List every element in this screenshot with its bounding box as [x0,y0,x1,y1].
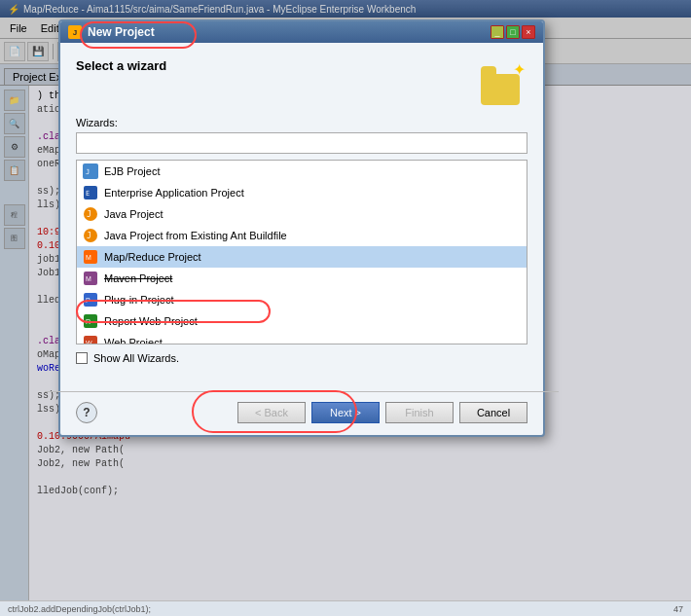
wizard-list[interactable]: J EJB Project E Enterprise Applicatio [76,160,527,344]
select-wizard-label: Select a wizard [76,58,166,73]
wizard-item-mapreduce[interactable]: M Map/Reduce Project [77,246,527,268]
wizard-item-ejb[interactable]: J EJB Project [77,161,527,182]
star-icon: ✦ [513,60,526,79]
wizard-item-maven[interactable]: M Maven Project [77,268,527,289]
svg-text:M: M [86,275,91,282]
svg-text:R: R [86,318,91,325]
dialog-controls: _ □ × [491,25,535,39]
dialog-minimize-btn[interactable]: _ [491,25,504,39]
wizard-item-label: Report Web Project [104,315,198,327]
wizard-item-plugin[interactable]: P Plug-in Project [77,289,527,310]
wizard-item-label: Java Project [104,208,164,220]
web-icon: W [83,335,98,344]
wizard-item-web[interactable]: W Web Project [77,332,527,344]
wizard-search-input[interactable] [76,132,527,154]
wizards-label: Wizards: [76,117,527,128]
svg-text:W: W [86,340,92,344]
dialog-body: Select a wizard ✦ Wizards: [60,43,543,391]
wizard-item-report[interactable]: R Report Web Project [77,310,527,332]
dialog-divider [45,391,559,392]
status-bar: ctrlJob2.addDependingJob(ctrlJob1); 47 [0,600,691,616]
wizard-item-label: Map/Reduce Project [104,251,201,263]
new-project-dialog: J New Project _ □ × Select a wizard [58,19,545,437]
wizard-item-label: Plug-in Project [104,294,174,306]
dialog-header: Select a wizard ✦ [76,58,527,105]
dialog-title-text: New Project [88,25,155,39]
wizard-item-label: Enterprise Application Project [104,187,244,199]
report-icon: R [83,313,98,329]
java-ant-icon: J [83,228,98,243]
show-all-wizards-checkbox[interactable] [76,352,88,364]
dialog-maximize-btn[interactable]: □ [506,25,520,39]
mapreduce-icon: M [83,249,98,265]
status-text: ctrlJob2.addDependingJob(ctrlJob1); [8,604,151,614]
footer-buttons: < Back Next > Finish Cancel [237,402,527,423]
svg-text:M: M [86,254,91,261]
svg-text:J: J [87,210,91,219]
back-button[interactable]: < Back [237,402,306,423]
show-all-wizards-label: Show All Wizards. [93,352,179,364]
wizard-item-enterprise[interactable]: E Enterprise Application Project [77,182,527,203]
next-button[interactable]: Next > [311,402,380,423]
dialog-title: J New Project [68,25,155,39]
dialog-titlebar: J New Project _ □ × [60,21,543,43]
wizard-item-java-ant[interactable]: J Java Project from Existing Ant Buildfi… [77,225,527,246]
help-button[interactable]: ? [76,402,97,423]
wizard-item-label: Java Project from Existing Ant Buildfile [104,230,287,241]
svg-text:P: P [86,297,91,304]
wizard-item-java[interactable]: J Java Project [77,203,527,225]
enterprise-icon: E [83,185,98,200]
plugin-icon: P [83,292,98,308]
wizard-item-label: EJB Project [104,165,160,177]
dialog-close-btn[interactable]: × [522,25,535,39]
java-icon: J [83,206,98,222]
wizard-item-label: Web Project [104,337,163,344]
show-all-wizards-row: Show All Wizards. [76,352,527,364]
dialog-title-icon: J [68,25,82,39]
finish-button[interactable]: Finish [385,402,454,423]
line-col: 47 [673,604,683,614]
modal-overlay: J New Project _ □ × Select a wizard [0,0,691,616]
svg-text:J: J [87,232,91,240]
ide-window: ⚡ Map/Reduce - Aima1115/src/aima/SameFri… [0,0,691,616]
svg-text:J: J [86,168,90,176]
wizard-item-label: Maven Project [104,272,172,284]
dialog-footer: ? < Back Next > Finish Cancel [60,402,543,435]
svg-text:E: E [86,190,90,198]
maven-icon: M [83,271,98,286]
ejb-icon: J [83,163,98,179]
wizard-icon: ✦ [481,58,527,105]
cancel-button[interactable]: Cancel [459,402,527,423]
